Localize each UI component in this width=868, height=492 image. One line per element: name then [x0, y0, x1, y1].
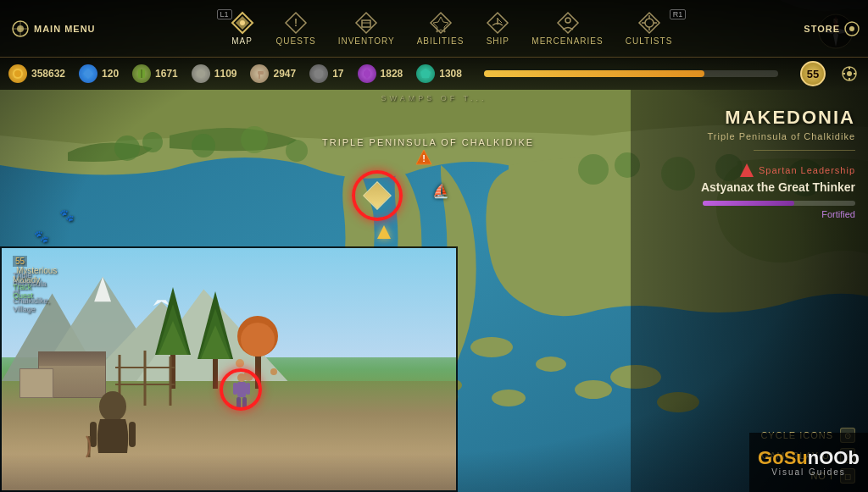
building-small: [19, 368, 53, 398]
svg-point-39: [645, 19, 654, 27]
iron-value: 2947: [273, 68, 296, 80]
abilities-nav-icon: [429, 11, 453, 35]
svg-rect-52: [258, 71, 264, 75]
svg-point-57: [847, 71, 852, 76]
map-nav-label: Map: [231, 36, 253, 46]
menu-icon: [12, 20, 29, 37]
gold-value: 358632: [31, 68, 65, 80]
resource-teal: 1308: [416, 64, 462, 83]
teal-icon: [416, 64, 435, 83]
gray-value: 17: [332, 68, 343, 80]
mercenaries-nav-icon: [556, 11, 580, 35]
gold-icon: [8, 64, 27, 83]
paw-icon-map: 🐾: [34, 229, 48, 243]
nav-tab-map[interactable]: L1 Map: [220, 8, 264, 49]
top-navigation-bar: MAIN MENU L1 Map ! Q: [0, 0, 868, 58]
svg-rect-104: [129, 422, 136, 447]
gray-icon: [309, 64, 328, 83]
blue-value: 120: [102, 68, 119, 80]
mercenaries-nav-label: Mercenaries: [531, 36, 603, 46]
ship-nav-label: Ship: [487, 36, 509, 46]
svg-marker-54: [364, 69, 370, 79]
resources-bar: 358632 120 1671 1109 2947 17: [0, 58, 868, 90]
svg-rect-98: [233, 383, 237, 395]
stone-value: 1109: [214, 68, 237, 80]
resource-gray: 17: [309, 64, 343, 83]
svg-point-96: [237, 373, 246, 382]
nav-tab-mercenaries[interactable]: Mercenaries: [521, 8, 613, 49]
watermark-title: GoSunOOb: [758, 449, 860, 467]
navigation-tabs: L1 Map ! Quests: [108, 8, 796, 49]
resource-iron: 2947: [250, 64, 296, 83]
map-player-marker-circle: [352, 170, 403, 221]
svg-rect-85: [255, 353, 261, 389]
npc-character: [229, 373, 254, 411]
cultists-nav-label: Cultists: [626, 36, 673, 46]
nav-tab-cultists[interactable]: Cultists R1: [615, 8, 683, 49]
svg-marker-33: [433, 17, 448, 32]
svg-rect-100: [236, 397, 241, 409]
player-direction-arrow: [377, 225, 391, 239]
svg-point-88: [236, 359, 244, 368]
svg-rect-101: [242, 397, 247, 409]
nav-tab-inventory[interactable]: Inventory: [328, 8, 405, 49]
location-name-text: Triple Peninsula of Chalkidike: [322, 136, 534, 149]
nav-tab-ship[interactable]: Ship: [476, 8, 520, 49]
stone-icon: [192, 64, 210, 83]
quests-nav-label: Quests: [276, 36, 316, 46]
settings-button[interactable]: [839, 64, 860, 84]
abilities-nav-label: Abilities: [417, 36, 465, 46]
teal-value: 1308: [439, 68, 462, 80]
wolf-icon-map: 🐾: [59, 208, 74, 222]
purple-value: 1828: [381, 68, 403, 80]
gameplay-inset-view: 55 Mysterious Malady Triple Peninsula of…: [0, 246, 458, 492]
settings-icon: [841, 65, 858, 82]
svg-text:!: !: [294, 17, 298, 29]
purple-icon: [358, 64, 376, 83]
resource-blue: 120: [79, 64, 119, 83]
watermark: GoSunOOb Visual Guides: [749, 433, 868, 492]
svg-point-26: [240, 20, 245, 25]
watermark-subtitle: Visual Guides: [771, 467, 846, 477]
main-menu-button[interactable]: MAIN MENU: [0, 20, 108, 37]
blue-icon: [79, 64, 97, 83]
resource-stone: 1109: [192, 64, 237, 83]
quests-nav-icon: !: [284, 11, 308, 35]
svg-rect-97: [237, 382, 246, 397]
resource-wood: 1671: [132, 64, 178, 83]
svg-point-47: [14, 70, 21, 77]
svg-rect-103: [90, 422, 97, 447]
nav-tab-abilities[interactable]: Abilities: [407, 8, 475, 49]
iron-icon: [250, 64, 269, 83]
svg-rect-99: [246, 383, 250, 395]
xp-bar-container: [484, 70, 778, 77]
map-marker-diamond: [363, 181, 392, 210]
l1-indicator: L1: [217, 9, 232, 19]
gameplay-background: 55 Mysterious Malady Triple Peninsula of…: [2, 248, 456, 490]
xp-bar-fill: [484, 70, 704, 77]
store-label: STORE: [804, 24, 840, 34]
level-badge: 55: [800, 61, 826, 86]
ship-map-marker: ⛵: [432, 183, 449, 199]
store-icon: [844, 21, 860, 36]
svg-rect-81: [213, 359, 218, 389]
warning-marker: !: [415, 149, 432, 169]
ship-nav-icon: [486, 11, 509, 35]
building-roof: [39, 352, 105, 366]
svg-rect-53: [259, 75, 260, 79]
watermark-part1: GoSu: [758, 447, 808, 468]
svg-point-37: [565, 18, 570, 23]
inventory-nav-label: Inventory: [338, 36, 395, 46]
svg-point-89: [270, 368, 277, 375]
svg-marker-51: [197, 69, 205, 78]
main-menu-label: MAIN MENU: [34, 24, 96, 34]
map-nav-icon: [231, 11, 254, 35]
cultists-nav-icon: [637, 11, 661, 35]
inventory-nav-icon: [354, 11, 378, 35]
store-button[interactable]: STORE: [795, 21, 868, 36]
inset-bottom-fade: [2, 454, 456, 490]
svg-marker-55: [420, 69, 431, 78]
svg-text:!: !: [422, 153, 426, 163]
svg-point-45: [849, 26, 854, 31]
nav-tab-quests[interactable]: ! Quests: [266, 8, 326, 49]
